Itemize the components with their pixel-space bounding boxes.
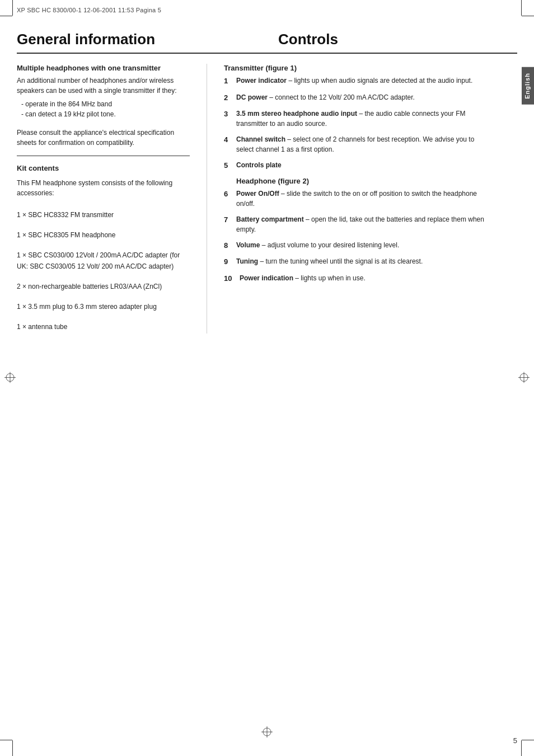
page-title-left: General information <box>17 31 256 48</box>
right-column: Transmitter (figure 1) 1 Power indicator… <box>207 64 517 334</box>
crop-mark <box>522 16 534 16</box>
numbered-item-3: 3 3.5 mm stereo headphone audio input – … <box>224 109 489 129</box>
section-divider <box>17 156 190 156</box>
item-content-6: Power On/Off – slide the switch to the o… <box>236 189 489 209</box>
item-content-10: Power indication – lights up when in use… <box>240 273 489 284</box>
item-text-9: – turn the tuning wheel until the signal… <box>260 257 423 265</box>
crop-mark <box>0 16 12 16</box>
item-number-5: 5 <box>224 160 236 171</box>
item-content-8: Volume – adjust volume to your desired l… <box>236 240 489 251</box>
doc-header-text: XP SBC HC 8300/00-1 12-06-2001 11:53 Pag… <box>17 7 161 13</box>
crop-mark <box>12 0 13 16</box>
numbered-item-10: 10 Power indication – lights up when in … <box>224 273 489 284</box>
item-number-8: 8 <box>224 240 236 251</box>
item-number-1: 1 <box>224 76 236 87</box>
item-label-1: Power indicator <box>236 77 287 84</box>
numbered-item-7: 7 Battery compartment – open the lid, ta… <box>224 214 489 234</box>
item-label-9: Tuning <box>236 257 258 265</box>
reg-mark-right <box>518 372 530 384</box>
multiple-headphones-heading: Multiple headphones with one transmitter <box>17 64 190 72</box>
item-label-7: Battery compartment <box>236 215 304 223</box>
item-label-3: 3.5 mm stereo headphone audio input <box>236 110 357 118</box>
numbered-item-2: 2 DC power – connect to the 12 Volt/ 200… <box>224 92 489 104</box>
item-label-4: Channel switch <box>236 135 285 143</box>
crop-mark <box>521 740 522 756</box>
page-title-right: Controls <box>256 31 517 48</box>
crop-mark <box>0 740 12 740</box>
bullet-item-2: - can detect a 19 kHz pilot tone. <box>21 109 190 119</box>
section-multiple-headphones: Multiple headphones with one transmitter… <box>17 64 190 148</box>
headphone-heading: Headphone (figure 2) <box>236 177 489 185</box>
item-label-2: DC power <box>236 93 268 101</box>
kit-item-2: 1 × SBC HC8305 FM headphone <box>17 230 190 241</box>
item-number-9: 9 <box>224 256 236 267</box>
item-number-3: 3 <box>224 109 236 129</box>
item-content-3: 3.5 mm stereo headphone audio input – th… <box>236 109 489 129</box>
kit-item-1: 1 × SBC HC8332 FM transmitter <box>17 210 190 220</box>
bullet-item-1: - operate in the 864 MHz band <box>21 99 190 109</box>
item-number-10: 10 <box>224 273 240 284</box>
numbered-item-8: 8 Volume – adjust volume to your desired… <box>224 240 489 251</box>
item-label-8: Volume <box>236 241 260 249</box>
english-tab: English <box>522 67 534 105</box>
item-label-6: Power On/Off <box>236 190 279 198</box>
reg-mark-bottom <box>261 726 273 739</box>
item-text-2: – connect to the 12 Volt/ 200 mA AC/DC a… <box>269 93 415 101</box>
numbered-item-1: 1 Power indicator – lights up when audio… <box>224 76 489 87</box>
item-content-1: Power indicator – lights up when audio s… <box>236 76 489 87</box>
item-number-4: 4 <box>224 134 236 154</box>
numbered-item-4: 4 Channel switch – select one of 2 chann… <box>224 134 489 154</box>
numbered-item-6: 6 Power On/Off – slide the switch to the… <box>224 189 489 209</box>
kit-item-5: 1 × 3.5 mm plug to 6.3 mm stereo adapter… <box>17 302 190 312</box>
item-text-10: – lights up when in use. <box>295 274 365 282</box>
multiple-headphones-para2: Please consult the appliance's electrica… <box>17 128 190 148</box>
reg-mark-left <box>4 372 16 384</box>
transmitter-heading: Transmitter (figure 1) <box>224 64 489 72</box>
section-kit-contents: Kit contents This FM headphone system co… <box>17 164 190 332</box>
item-content-7: Battery compartment – open the lid, take… <box>236 214 489 234</box>
item-text-8: – adjust volume to your desired listenin… <box>262 241 399 249</box>
kit-item-3: 1 × SBC CS030/00 12Volt / 200mA AC/DC ad… <box>17 250 190 271</box>
item-content-5: Controls plate <box>236 160 489 171</box>
item-number-6: 6 <box>224 189 236 209</box>
item-text-1: – lights up when audio signals are detec… <box>288 77 472 84</box>
page-titles: General information Controls <box>17 31 517 54</box>
item-content-4: Channel switch – select one of 2 channel… <box>236 134 489 154</box>
item-number-2: 2 <box>224 92 236 104</box>
two-columns: Multiple headphones with one transmitter… <box>17 64 517 334</box>
item-label-10: Power indication <box>240 274 293 282</box>
kit-contents-intro: This FM headphone system consists of the… <box>17 178 190 198</box>
numbered-item-9: 9 Tuning – turn the tuning wheel until t… <box>224 256 489 267</box>
page-number: 5 <box>513 736 517 745</box>
item-label-5: Controls plate <box>236 161 282 169</box>
item-number-7: 7 <box>224 214 236 234</box>
kit-item-6: 1 × antenna tube <box>17 322 190 332</box>
item-content-9: Tuning – turn the tuning wheel until the… <box>236 256 489 267</box>
numbered-item-5: 5 Controls plate <box>224 160 489 171</box>
item-content-2: DC power – connect to the 12 Volt/ 200 m… <box>236 92 489 104</box>
kit-item-4: 2 × non-rechargeable batteries LR03/AAA … <box>17 281 190 292</box>
crop-mark <box>521 0 522 16</box>
doc-header: XP SBC HC 8300/00-1 12-06-2001 11:53 Pag… <box>17 7 517 13</box>
crop-mark <box>12 740 13 756</box>
multiple-headphones-para1: An additional number of headphones and/o… <box>17 76 190 96</box>
page-container: XP SBC HC 8300/00-1 12-06-2001 11:53 Pag… <box>0 0 534 756</box>
crop-mark <box>522 740 534 740</box>
main-content: General information Controls Multiple he… <box>17 31 517 722</box>
kit-contents-heading: Kit contents <box>17 164 190 172</box>
left-column: Multiple headphones with one transmitter… <box>17 64 207 334</box>
